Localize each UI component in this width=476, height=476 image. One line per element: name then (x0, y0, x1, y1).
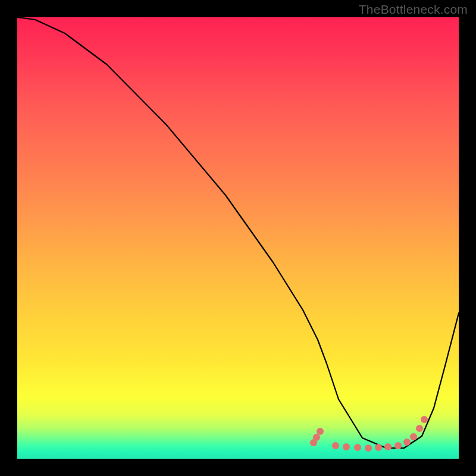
highlight-dot (354, 444, 361, 451)
highlight-dot (365, 444, 372, 452)
highlight-dot (375, 444, 382, 451)
highlight-dot (410, 433, 417, 440)
bottleneck-curve-path (17, 17, 459, 448)
highlight-dot (343, 443, 350, 450)
chart-svg (17, 17, 459, 459)
chart-frame: TheBottleneck.com (0, 0, 476, 476)
highlight-dot (317, 428, 324, 435)
highlight-dot (332, 442, 339, 449)
highlight-dots-group (310, 416, 428, 452)
highlight-dot (394, 442, 402, 449)
highlight-dot (403, 439, 411, 446)
highlight-dot (313, 434, 320, 441)
highlight-dot (421, 416, 428, 423)
watermark-text: TheBottleneck.com (359, 2, 468, 17)
highlight-dot (416, 425, 423, 432)
plot-area (17, 17, 459, 459)
highlight-dot (384, 443, 392, 450)
